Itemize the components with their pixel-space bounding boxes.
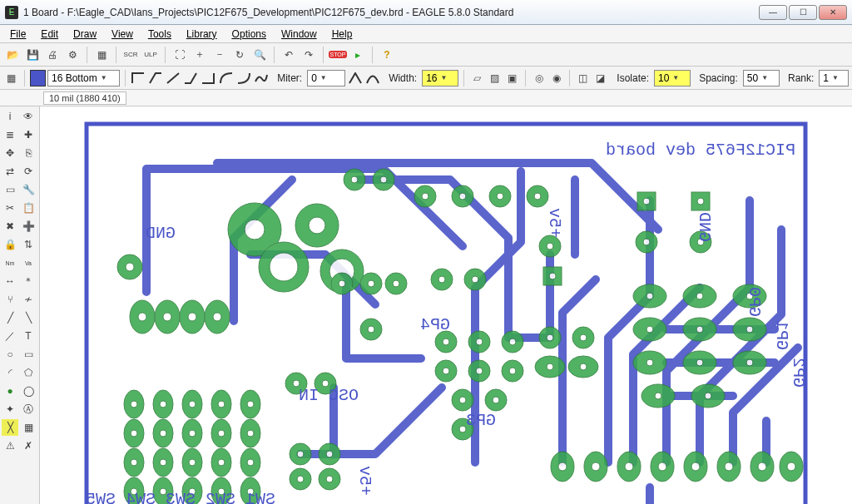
- name-tool[interactable]: Nm: [2, 254, 18, 271]
- layer-color-swatch[interactable]: [30, 70, 46, 86]
- text-tool[interactable]: T: [20, 328, 37, 344]
- miter-style-2[interactable]: [364, 71, 380, 86]
- svg-point-124: [691, 462, 700, 471]
- open-button[interactable]: 📂: [3, 46, 22, 64]
- cut-tool[interactable]: ✂: [2, 200, 18, 216]
- ulp-button[interactable]: ULP: [141, 46, 160, 64]
- bend-style-arc2[interactable]: [235, 71, 251, 86]
- menu-window[interactable]: Window: [275, 27, 324, 42]
- add-tool[interactable]: ➕: [20, 218, 37, 235]
- lock-tool[interactable]: 🔒: [2, 236, 18, 253]
- zoom-out-button[interactable]: －: [211, 46, 229, 64]
- spacing-select[interactable]: 50 ▼: [743, 70, 780, 86]
- script-button[interactable]: SCR: [121, 46, 140, 64]
- menu-tools[interactable]: Tools: [141, 27, 178, 42]
- go-button[interactable]: ▸: [349, 46, 367, 64]
- pinswap-tool[interactable]: ⇅: [20, 236, 37, 253]
- circle-tool[interactable]: ○: [2, 346, 18, 363]
- bend-style-1[interactable]: [131, 71, 146, 86]
- optimize-tool[interactable]: ≁: [20, 291, 37, 308]
- move-tool[interactable]: ✥: [2, 145, 18, 161]
- paste-tool[interactable]: 📋: [20, 200, 37, 216]
- silk-p5v1: +5v: [545, 208, 564, 238]
- route-tool[interactable]: ╱: [2, 309, 18, 326]
- drc-tool[interactable]: ⚠: [2, 437, 18, 454]
- auto-tool[interactable]: ▦: [20, 419, 37, 436]
- orphans-button-2[interactable]: ◪: [592, 69, 608, 87]
- menu-options[interactable]: Options: [225, 27, 273, 42]
- minimize-button[interactable]: —: [759, 5, 787, 20]
- maximize-button[interactable]: ☐: [789, 5, 817, 20]
- ripup-tool[interactable]: ╲: [20, 309, 37, 326]
- poly-cutout-button[interactable]: ▣: [504, 69, 520, 87]
- value-tool[interactable]: Va: [20, 254, 37, 271]
- svg-point-152: [189, 459, 196, 466]
- mark-tool[interactable]: ✚: [20, 126, 37, 143]
- board-canvas[interactable]: PIC12F675 dev board GND OSC IN SW1 SW2 S…: [40, 106, 852, 504]
- redo-button[interactable]: ↷: [300, 46, 318, 64]
- thermals-button-1[interactable]: ◎: [531, 69, 547, 87]
- hole-tool[interactable]: ◯: [20, 383, 37, 399]
- thermals-button-2[interactable]: ◉: [548, 69, 564, 87]
- menu-help[interactable]: Help: [325, 27, 359, 42]
- signal-tool[interactable]: ✦: [2, 401, 18, 418]
- smash-tool[interactable]: ＊: [20, 273, 37, 289]
- svg-point-156: [218, 401, 225, 408]
- undo-button[interactable]: ↶: [280, 46, 298, 64]
- via-tool[interactable]: ●: [2, 383, 18, 399]
- errors-tool[interactable]: ✗: [20, 437, 37, 454]
- rect-tool[interactable]: ▭: [20, 346, 37, 363]
- save-button[interactable]: 💾: [23, 46, 42, 64]
- zoom-in-button[interactable]: ＋: [191, 46, 209, 64]
- copy-tool[interactable]: ⎘: [20, 145, 37, 161]
- zoom-fit-button[interactable]: ⛶: [171, 46, 189, 64]
- close-button[interactable]: ✕: [819, 5, 847, 20]
- orphans-button-1[interactable]: ◫: [575, 69, 591, 87]
- width-select[interactable]: 16 ▼: [422, 70, 458, 86]
- change-tool[interactable]: 🔧: [20, 181, 37, 198]
- replace-tool[interactable]: ↔: [2, 273, 18, 289]
- wire-tool[interactable]: ／: [2, 328, 18, 344]
- board-schematic-button[interactable]: ▦: [92, 46, 111, 64]
- bend-style-arc1[interactable]: [218, 71, 234, 86]
- menu-library[interactable]: Library: [180, 27, 224, 42]
- attribute-tool[interactable]: Ⓐ: [20, 401, 37, 418]
- menu-view[interactable]: View: [105, 27, 140, 42]
- poly-outline-button[interactable]: ▱: [469, 69, 485, 87]
- polygon-tool[interactable]: ⬠: [20, 364, 37, 381]
- bend-style-3[interactable]: [166, 71, 181, 86]
- svg-point-18: [213, 313, 221, 321]
- menubar: File Edit Draw View Tools Library Option…: [0, 25, 852, 43]
- group-tool[interactable]: ▭: [2, 181, 18, 198]
- grid-button[interactable]: ▦: [3, 69, 19, 87]
- info-tool[interactable]: i: [2, 108, 18, 125]
- miter-style-1[interactable]: [347, 71, 363, 86]
- print-button[interactable]: 🖨: [43, 46, 62, 64]
- menu-draw[interactable]: Draw: [67, 27, 103, 42]
- svg-point-52: [438, 276, 445, 283]
- show-tool[interactable]: 👁: [20, 108, 37, 125]
- menu-file[interactable]: File: [3, 27, 32, 42]
- bend-style-2[interactable]: [148, 71, 164, 86]
- miter-select[interactable]: 0 ▼: [307, 70, 345, 86]
- zoom-select-button[interactable]: 🔍: [250, 46, 269, 64]
- menu-edit[interactable]: Edit: [34, 27, 65, 42]
- layer-select[interactable]: 16 Bottom ▼: [47, 70, 120, 86]
- layers-tool[interactable]: ≣: [2, 126, 18, 143]
- bend-style-5[interactable]: [201, 71, 216, 86]
- bend-style-4[interactable]: [183, 71, 199, 86]
- mirror-tool[interactable]: ⇄: [2, 163, 18, 180]
- cam-button[interactable]: ⚙: [63, 46, 82, 64]
- help-button[interactable]: ?: [378, 46, 396, 64]
- rank-select[interactable]: 1 ▼: [819, 70, 849, 86]
- isolate-select[interactable]: 10 ▼: [654, 70, 691, 86]
- stop-button[interactable]: STOP: [329, 46, 347, 64]
- zoom-redraw-button[interactable]: ↻: [230, 46, 249, 64]
- delete-tool[interactable]: ✖: [2, 218, 18, 235]
- poly-hatch-button[interactable]: ▨: [487, 69, 503, 87]
- arc-tool[interactable]: ◜: [2, 364, 18, 381]
- bend-style-free[interactable]: [253, 71, 269, 86]
- split-tool[interactable]: ⑂: [2, 291, 18, 308]
- ratsnest-tool[interactable]: ╳: [2, 419, 18, 436]
- rotate-tool[interactable]: ⟳: [20, 163, 37, 180]
